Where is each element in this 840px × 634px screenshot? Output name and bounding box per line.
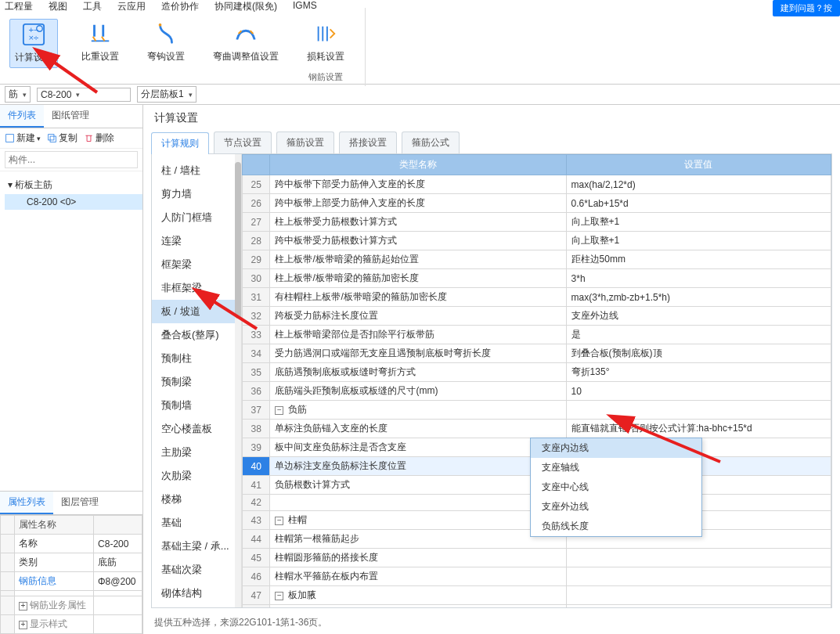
tab-node-settings[interactable]: 节点设置 <box>214 131 272 153</box>
grid-cell-value[interactable]: 是 <box>566 326 831 344</box>
grid-row[interactable]: 29柱上板带/板带暗梁的箍筋起始位置距柱边50mm <box>243 250 831 269</box>
side-item[interactable]: 人防门框墙 <box>152 206 241 229</box>
tab-stirrup-formula[interactable]: 箍筋公式 <box>402 131 460 153</box>
grid-cell-value[interactable]: 弯折135° <box>566 363 831 382</box>
side-item[interactable]: 连梁 <box>152 229 241 253</box>
loss-settings-button[interactable]: 损耗设置 <box>302 19 349 67</box>
collapse-icon[interactable]: − <box>275 406 283 415</box>
collapse-icon[interactable]: − <box>275 592 283 600</box>
new-button[interactable]: 新建 ▾ <box>5 131 41 145</box>
side-item[interactable]: 次肋梁 <box>152 464 241 488</box>
grid-row[interactable]: 26跨中板带上部受力筋伸入支座的长度0.6*Lab+15*d <box>243 194 831 213</box>
tab-drawing-manage[interactable]: 图纸管理 <box>44 105 97 128</box>
grid-cell-value[interactable]: max(ha/2,12*d) <box>566 175 831 194</box>
side-item[interactable]: 预制梁 <box>152 370 241 394</box>
tab-stirrup-settings[interactable]: 箍筋设置 <box>276 131 334 153</box>
grid-cell-value[interactable] <box>566 586 831 605</box>
grid-cell-value[interactable]: max(3*h,zmb-zb+1.5*h) <box>566 288 831 307</box>
tab-property-list[interactable]: 属性列表 <box>0 492 53 514</box>
grid-row[interactable]: 30柱上板带/板带暗梁的箍筋加密长度3*h <box>243 269 831 288</box>
dropdown-option[interactable]: 负筋线长度 <box>531 517 701 536</box>
expand-icon[interactable]: + <box>19 602 27 611</box>
menu-item[interactable]: IGMS <box>293 0 317 13</box>
grid-cell-value[interactable] <box>566 549 831 567</box>
menu-item[interactable]: 工程量 <box>5 0 33 13</box>
grid-row[interactable]: 45柱帽圆形箍筋的搭接长度 <box>243 549 831 567</box>
prop-value[interactable] <box>94 596 142 615</box>
side-item[interactable]: 其它 <box>152 605 241 607</box>
hook-settings-button[interactable]: 弯钩设置 <box>142 19 189 67</box>
grid-cell-value[interactable]: 向上取整+1 <box>566 232 831 250</box>
help-badge[interactable]: 建到问题？按 <box>773 0 840 16</box>
side-item[interactable]: 框架梁 <box>152 253 241 276</box>
tab-layer-manage[interactable]: 图层管理 <box>53 492 106 514</box>
combo-1[interactable]: 筋▾ <box>5 86 31 103</box>
side-item[interactable]: 剪力墙 <box>152 182 241 206</box>
side-item[interactable]: 基础主梁 / 承... <box>152 535 241 558</box>
bend-adj-settings-button[interactable]: 弯曲调整值设置 <box>208 19 283 67</box>
prop-row[interactable]: 名称C8-200 <box>1 535 142 553</box>
tree-group-header[interactable]: ▾ 桁板主筋 <box>5 176 142 194</box>
prop-value[interactable]: C8-200 <box>94 535 142 553</box>
tab-calc-rules[interactable]: 计算规则 <box>151 132 209 154</box>
prop-row[interactable]: +钢筋业务属性 <box>1 596 142 615</box>
grid-cell-value[interactable]: 距柱边50mm <box>566 250 831 269</box>
delete-button[interactable]: 删除 <box>84 131 114 145</box>
grid-row[interactable]: 46柱帽水平箍筋在板内布置 <box>243 567 831 586</box>
prop-row[interactable]: 类别底筋 <box>1 553 142 572</box>
side-item[interactable]: 楼梯 <box>152 488 241 511</box>
side-item[interactable]: 主肋梁 <box>152 441 241 464</box>
tab-lap-settings[interactable]: 搭接设置 <box>339 131 397 153</box>
menu-item[interactable]: 造价协作 <box>161 0 199 13</box>
search-input[interactable] <box>5 151 138 168</box>
grid-cell-value[interactable]: 到叠合板(预制底板)顶 <box>566 344 831 363</box>
side-item[interactable]: 柱 / 墙柱 <box>152 159 241 182</box>
grid-row[interactable]: 34受力筋遇洞口或端部无支座且遇预制底板时弯折长度到叠合板(预制底板)顶 <box>243 344 831 363</box>
scrollbar[interactable] <box>235 154 241 607</box>
prop-value[interactable]: 底筋 <box>94 553 142 572</box>
grid-row[interactable]: 27柱上板带受力筋根数计算方式向上取整+1 <box>243 213 831 232</box>
grid-cell-value[interactable]: s/2 <box>566 605 831 608</box>
grid-cell-value[interactable]: 3*h <box>566 269 831 288</box>
side-item[interactable]: 砌体结构 <box>152 582 241 605</box>
grid-row[interactable]: 37−负筋 <box>243 401 831 420</box>
menu-item[interactable]: 视图 <box>49 0 67 13</box>
grid-cell-value[interactable]: 支座外边线 <box>566 307 831 326</box>
side-item[interactable]: 基础次梁 <box>152 558 241 582</box>
combo-3[interactable]: 分层筋板1▾ <box>137 86 196 103</box>
tab-component-list[interactable]: 件列表 <box>0 105 44 128</box>
grid-row[interactable]: 31有柱帽柱上板带/板带暗梁的箍筋加密长度max(3*h,zmb-zb+1.5*… <box>243 288 831 307</box>
grid-row[interactable]: 47加腋筋距端部的起步距离s/2 <box>243 605 831 608</box>
grid-row[interactable]: 36底筋端头距预制底板或板缝的尺寸(mm)10 <box>243 382 831 401</box>
grid-cell-value[interactable]: 0.6*Lab+15*d <box>566 194 831 213</box>
grid-cell-value[interactable]: 10 <box>566 382 831 401</box>
grid-row[interactable]: 35底筋遇预制底板或板缝时弯折方式弯折135° <box>243 363 831 382</box>
prop-value[interactable]: Φ8@200 <box>94 572 142 591</box>
prop-row[interactable] <box>1 591 142 596</box>
expand-icon[interactable]: + <box>19 621 27 629</box>
dropdown-option[interactable]: 支座外边线 <box>531 497 701 517</box>
prop-row[interactable]: +显示样式 <box>1 615 142 634</box>
grid-row[interactable]: 47−板加腋 <box>243 586 831 605</box>
side-item[interactable]: 基础 <box>152 511 241 535</box>
grid-row[interactable]: 32跨板受力筋标注长度位置支座外边线 <box>243 307 831 326</box>
side-item[interactable]: 预制柱 <box>152 347 241 370</box>
grid-row[interactable]: 33柱上板带暗梁部位是否扣除平行板带筋是 <box>243 326 831 344</box>
grid-cell-value[interactable] <box>566 567 831 586</box>
prop-value[interactable] <box>94 591 142 596</box>
copy-button[interactable]: 复制 <box>47 131 78 145</box>
grid-row[interactable]: 38单标注负筋锚入支座的长度能直锚就直锚,否则按公式计算:ha-bhc+15*d <box>243 420 831 438</box>
grid-row[interactable]: 28跨中板带受力筋根数计算方式向上取整+1 <box>243 232 831 250</box>
side-item[interactable]: 空心楼盖板 <box>152 417 241 441</box>
tree-item[interactable]: C8-200 <0> <box>5 194 142 210</box>
grid-cell-value[interactable]: 向上取整+1 <box>566 213 831 232</box>
menu-item[interactable]: 工具 <box>83 0 102 13</box>
collapse-icon[interactable]: − <box>275 517 283 525</box>
menu-item[interactable]: 云应用 <box>117 0 146 13</box>
menu-item[interactable]: 协同建模(限免) <box>215 0 277 13</box>
prop-row[interactable]: 钢筋信息Φ8@200 <box>1 572 142 591</box>
grid-row[interactable]: 25跨中板带下部受力筋伸入支座的长度max(ha/2,12*d) <box>243 175 831 194</box>
side-item[interactable]: 预制墙 <box>152 394 241 417</box>
prop-value[interactable] <box>94 615 142 634</box>
dropdown-option[interactable]: 支座中心线 <box>531 477 701 497</box>
